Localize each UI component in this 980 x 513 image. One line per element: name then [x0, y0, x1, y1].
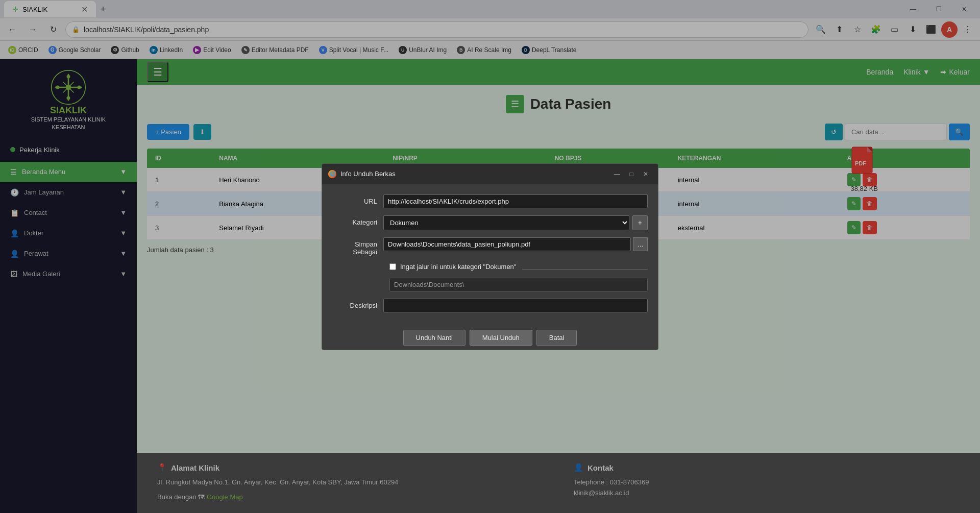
- simpan-label: Simpan Sebagai: [332, 237, 383, 256]
- dialog-minimize-button[interactable]: —: [611, 168, 623, 180]
- mulai-unduh-button[interactable]: Mulai Unduh: [470, 330, 532, 346]
- unduh-nanti-button[interactable]: Unduh Nanti: [403, 330, 465, 346]
- dialog-title: Info Unduh Berkas: [340, 170, 396, 178]
- dialog-file-row: ...: [383, 237, 648, 251]
- download-dialog: 🌐 Info Unduh Berkas — □ ✕ URL Kategori D…: [322, 163, 658, 350]
- simpan-input[interactable]: [383, 237, 631, 251]
- kategori-select-wrapper: Dokumen +: [383, 215, 648, 230]
- dialog-simpan-row: Simpan Sebagai ...: [332, 237, 648, 256]
- dialog-url-row: URL: [332, 194, 648, 208]
- dialog-maximize-button[interactable]: □: [625, 168, 638, 180]
- dialog-deskripsi-row: Deskripsi: [332, 299, 648, 312]
- dialog-overlay: 🌐 Info Unduh Berkas — □ ✕ URL Kategori D…: [0, 0, 980, 513]
- kategori-select[interactable]: Dokumen: [383, 215, 629, 230]
- separator-line: [522, 269, 648, 270]
- subpath-input[interactable]: [389, 278, 648, 291]
- dialog-checkbox-row: Ingat jalur ini untuk kategori "Dokumen": [332, 263, 648, 271]
- deskripsi-input[interactable]: [383, 299, 648, 312]
- dialog-controls: — □ ✕: [611, 168, 652, 180]
- ingat-label: Ingat jalur ini untuk kategori "Dokumen": [400, 263, 516, 271]
- deskripsi-label: Deskripsi: [332, 299, 383, 309]
- url-input[interactable]: [383, 194, 648, 208]
- dialog-kategori-row: Kategori Dokumen +: [332, 215, 648, 230]
- dialog-favicon: 🌐: [328, 170, 336, 178]
- browse-button[interactable]: ...: [633, 237, 648, 251]
- dialog-body: URL Kategori Dokumen + Simpan Sebagai .: [322, 184, 658, 330]
- kategori-label: Kategori: [332, 215, 383, 226]
- dialog-close-button[interactable]: ✕: [640, 168, 652, 180]
- ingat-checkbox[interactable]: [389, 263, 396, 270]
- dialog-header-left: 🌐 Info Unduh Berkas: [328, 170, 396, 178]
- dialog-header: 🌐 Info Unduh Berkas — □ ✕: [322, 164, 658, 184]
- dialog-footer: Unduh Nanti Mulai Unduh Batal: [322, 330, 658, 350]
- kategori-add-button[interactable]: +: [632, 215, 648, 230]
- url-label: URL: [332, 194, 383, 205]
- batal-button[interactable]: Batal: [536, 330, 577, 346]
